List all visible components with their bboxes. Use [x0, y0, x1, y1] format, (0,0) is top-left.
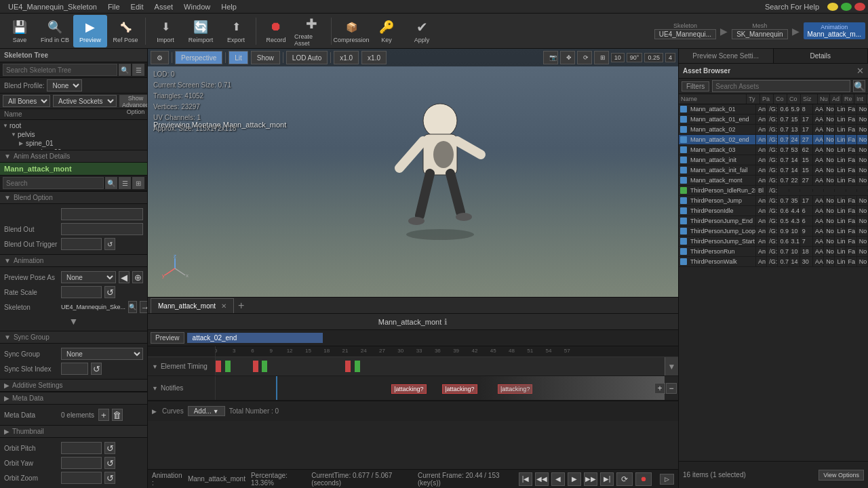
asset-row-mann-attack-02-end[interactable]: Mann_attack_02_end An /G: 0.7 24 27 AA N…	[679, 135, 868, 145]
menu-edit[interactable]: Edit	[125, 3, 149, 11]
maximize-btn[interactable]	[841, 3, 852, 11]
create-asset-button[interactable]: ✚ Create Asset	[294, 15, 328, 47]
preview-scene-tab[interactable]: Preview Scene Setti...	[679, 49, 774, 63]
preview-pose-nav-prev[interactable]: ◀	[119, 271, 130, 283]
anim-grid-view[interactable]: ⊞	[132, 177, 144, 189]
jump-start-btn[interactable]: |◀	[519, 472, 532, 486]
view-options-button[interactable]: View Options	[818, 470, 864, 481]
skeleton-arrow-btn[interactable]: →	[140, 301, 148, 313]
notifies-add-btn[interactable]: +	[654, 383, 665, 394]
notify-1[interactable]: |attacking?	[391, 384, 426, 392]
rate-scale-input[interactable]: 1.0	[61, 286, 102, 298]
vp-rotate-btn[interactable]: ⟳	[577, 51, 592, 64]
orbit-pitch-reset[interactable]: ↺	[104, 442, 115, 454]
sync-group-header[interactable]: ▼Sync Group	[0, 331, 147, 344]
all-bones-select[interactable]: All Bones	[3, 95, 50, 107]
bone-spine01[interactable]: ▶ spine_01	[0, 139, 147, 148]
anim-list-view[interactable]: ☰	[119, 177, 131, 189]
mesh-selector[interactable]: SK_Mannequin	[732, 29, 787, 39]
jump-end-btn[interactable]: ▶|	[600, 472, 614, 486]
preview-pose-select[interactable]: None	[61, 271, 116, 283]
step-forward-btn[interactable]: ▶▶	[584, 472, 597, 486]
key-button[interactable]: 🔑 Key	[370, 15, 403, 47]
animation-selector[interactable]: Mann_attack_m...	[808, 30, 861, 38]
speed1-btn[interactable]: x1.0	[334, 51, 359, 64]
sync-slot-reset[interactable]: ↺	[91, 363, 102, 375]
import-button[interactable]: ⬇ Import	[149, 15, 182, 47]
vp-move-btn[interactable]: ✥	[560, 51, 575, 64]
asset-row-mann-attack-init-fail[interactable]: Mann_attack_init_fail An /G: 0.7 14 15 A…	[679, 165, 868, 176]
blend-option-header[interactable]: ▼Blend Option	[0, 191, 147, 204]
asset-row-thirdpersonidle[interactable]: ThirdPersonIdle An /G: 0.6 4.4 6 AA No L…	[679, 206, 868, 216]
show-btn[interactable]: Show	[251, 51, 280, 64]
active-sockets-select[interactable]: Active Sockets	[53, 95, 117, 107]
skeleton-search-btn[interactable]: 🔍	[128, 301, 137, 313]
anim-asset-section-header[interactable]: ▼Anim Asset Details	[0, 150, 147, 163]
vp-cam-btn[interactable]: 📷	[543, 51, 558, 64]
asset-row-mann-attack-02[interactable]: Mann_attack_02 An /G: 0.7 13 17 AA No Li…	[679, 125, 868, 135]
find-in-cb-button[interactable]: 🔍 Find in CB	[38, 15, 72, 47]
menu-window[interactable]: Window	[178, 3, 216, 11]
reimport-button[interactable]: 🔄 Reimport	[184, 15, 218, 47]
asset-search-btn[interactable]: 🔍	[853, 80, 865, 92]
step-back-btn[interactable]: ◀◀	[535, 472, 549, 486]
meta-data-header[interactable]: ▶Meta Data	[0, 392, 147, 405]
details-tab[interactable]: Details	[774, 49, 869, 63]
save-button[interactable]: 💾 Save	[3, 15, 37, 47]
menu-file[interactable]: File	[102, 3, 125, 11]
sync-slot-input[interactable]: 0	[61, 363, 88, 375]
close-btn[interactable]	[854, 3, 865, 11]
bone-pelvis[interactable]: ▼ pelvis	[0, 130, 147, 139]
search-help[interactable]: Search For Help	[760, 3, 825, 11]
viewport[interactable]: ⚙ Perspective Lit Show LOD Auto x1.0 x1.…	[148, 49, 678, 297]
menu-help[interactable]: Help	[216, 3, 242, 11]
skeleton-search-button[interactable]: 🔍	[119, 64, 131, 76]
ref-pose-button[interactable]: 🦴 Ref Pose	[108, 15, 142, 47]
compression-button[interactable]: 📦 Compression	[334, 15, 368, 47]
minimize-btn[interactable]	[827, 3, 838, 11]
export-button[interactable]: ⬆ Export	[219, 15, 253, 47]
montage-tab-close[interactable]: ✕	[221, 302, 226, 310]
speed2-btn[interactable]: x1.0	[361, 51, 387, 64]
blend-out-trigger-input[interactable]: -1.0	[61, 238, 102, 250]
asset-row-mann-attack-mont[interactable]: Mann_attack_mont An /G: 0.7 22 27 AA No …	[679, 176, 868, 186]
vp-scale-btn[interactable]: ⊞	[594, 51, 609, 64]
meta-data-remove[interactable]: 🗑	[112, 409, 123, 421]
asset-row-mann-attack-01[interactable]: Mann_attack_01 An /G: 0.6 5.9 8 AA No Li…	[679, 104, 868, 115]
asset-search-input[interactable]	[712, 80, 850, 92]
record-btn[interactable]: ⏺	[635, 472, 652, 486]
asset-row-thirdpersonjump-end[interactable]: ThirdPersonJump_End An /G: 0.5 4.3 6 AA …	[679, 216, 868, 226]
filters-btn[interactable]: Filters	[682, 81, 709, 92]
perspective-btn[interactable]: Perspective	[175, 51, 222, 64]
asset-row-mann-attack-03[interactable]: Mann_attack_03 An /G: 0.7 53 62 AA No Li…	[679, 145, 868, 155]
asset-row-thirdpersonjump-loop[interactable]: ThirdPersonJump_Loop An /G: 0.9 10 9 AA …	[679, 226, 868, 237]
asset-row-thirdperson-idlerun[interactable]: ThirdPerson_IdleRun_2D Bl /G:	[679, 186, 868, 196]
blend-out-trigger-reset[interactable]: ↺	[104, 238, 115, 250]
notifies-track-area[interactable]: |attacking? |attacking? |attacking? 1	[216, 376, 678, 400]
skeleton-selector[interactable]: UE4_Mannequi...	[654, 29, 716, 39]
asset-row-thirdpersonrun[interactable]: ThirdPersonRun An /G: 0.7 10 18 AA No Li…	[679, 247, 868, 257]
anim-search-input[interactable]	[3, 177, 104, 189]
asset-row-mann-attack-01-end[interactable]: Mann_attack_01_end An /G: 0.7 15 17 AA N…	[679, 115, 868, 125]
element-timing-track-area[interactable]: ▼	[216, 357, 678, 375]
lit-btn[interactable]: Lit	[229, 51, 248, 64]
meta-data-add[interactable]: +	[98, 409, 109, 421]
rate-scale-reset[interactable]: ↺	[104, 286, 115, 298]
add-curve-button[interactable]: Add... ▼	[188, 406, 225, 416]
skeleton-search-input[interactable]	[3, 64, 117, 76]
orbit-yaw-reset[interactable]: ↺	[104, 457, 115, 469]
orbit-zoom-input[interactable]: 0.0	[61, 472, 102, 484]
asset-row-thirdperson-jump[interactable]: ThirdPerson_Jump An /G: 0.7 35 17 AA No …	[679, 196, 868, 206]
blend-profile-select[interactable]: None	[47, 79, 82, 92]
orbit-zoom-reset[interactable]: ↺	[104, 472, 115, 484]
orbit-yaw-input[interactable]: -157.5	[61, 457, 102, 469]
show-advanced-button[interactable]: Show Advanced Option	[119, 95, 148, 107]
montage-tab[interactable]: Mann_attack_mont ✕	[151, 298, 234, 313]
animation-section-header[interactable]: ▼Animation	[0, 254, 147, 267]
play-reverse-btn[interactable]: ◀	[551, 472, 565, 486]
loop-btn[interactable]: ⟳	[616, 472, 633, 486]
lod-auto-btn[interactable]: LOD Auto	[286, 51, 328, 64]
asset-browser-close[interactable]: ✕	[856, 66, 864, 76]
anim-search-button[interactable]: 🔍	[105, 177, 117, 189]
viewport-settings-btn[interactable]: ⚙	[151, 51, 169, 64]
